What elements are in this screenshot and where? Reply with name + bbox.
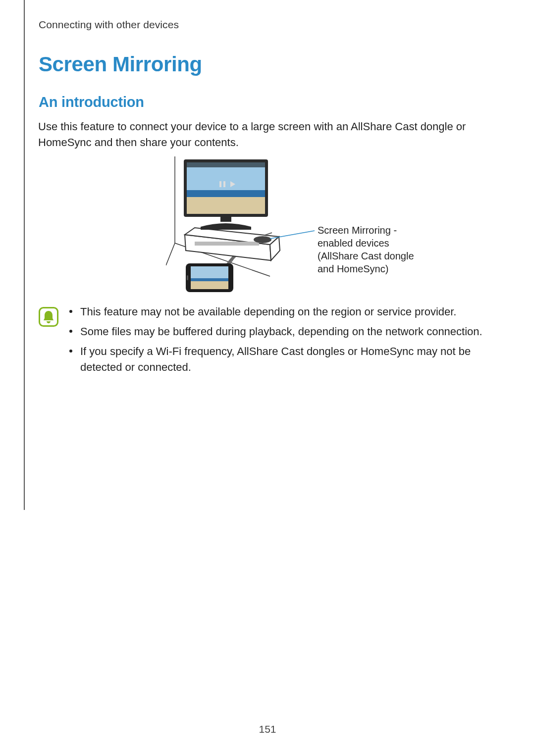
section-heading: An introduction — [39, 94, 144, 110]
svg-rect-21 — [187, 275, 188, 280]
svg-rect-12 — [223, 181, 225, 187]
svg-rect-18 — [191, 266, 228, 278]
note-text: Some files may be buffered during playba… — [80, 325, 482, 338]
svg-line-22 — [270, 231, 315, 239]
svg-point-4 — [254, 236, 271, 243]
intro-paragraph: Use this feature to connect your device … — [38, 119, 469, 151]
bullet-icon — [69, 330, 72, 333]
svg-rect-9 — [187, 197, 265, 214]
svg-rect-20 — [191, 281, 228, 289]
note-text: If you specify a Wi-Fi frequency, AllSha… — [80, 345, 471, 373]
note-text: This feature may not be available depend… — [80, 305, 456, 318]
note-item: Some files may be buffered during playba… — [66, 324, 492, 340]
note-list: This feature may not be available depend… — [66, 304, 492, 379]
figure-callout: Screen Mirroring -enabled devices (AllSh… — [318, 224, 427, 275]
svg-rect-8 — [187, 190, 265, 197]
svg-rect-11 — [219, 181, 221, 187]
page-title: Screen Mirroring — [39, 52, 202, 76]
breadcrumb: Connecting with other devices — [39, 19, 179, 31]
svg-rect-3 — [195, 242, 259, 246]
page-left-rule — [24, 0, 25, 510]
svg-line-1 — [166, 243, 175, 265]
bullet-icon — [69, 350, 72, 353]
page-number: 151 — [0, 723, 535, 735]
note-bell-icon — [39, 307, 58, 327]
note-item: This feature may not be available depend… — [66, 304, 492, 320]
note-item: If you specify a Wi-Fi frequency, AllSha… — [66, 344, 492, 375]
svg-rect-19 — [191, 278, 228, 281]
svg-rect-14 — [220, 217, 231, 222]
bullet-icon — [69, 310, 72, 313]
svg-rect-10 — [187, 162, 265, 167]
